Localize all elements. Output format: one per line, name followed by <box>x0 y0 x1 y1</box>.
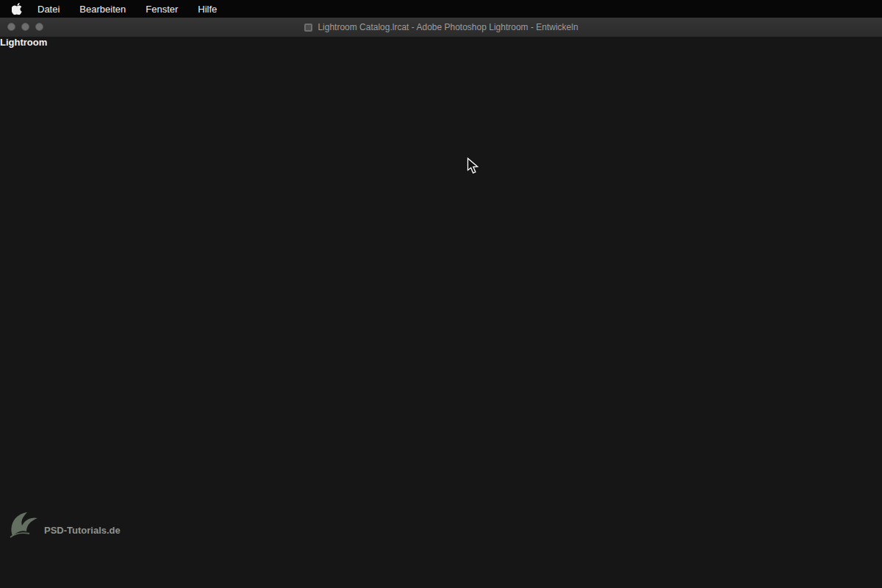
menu-fenster[interactable]: Fenster <box>146 4 178 15</box>
menu-hilfe[interactable]: Hilfe <box>198 4 217 15</box>
watermark: PSD-Tutorials.de <box>7 509 121 539</box>
psd-tutorials-logo-icon <box>7 509 41 539</box>
window-title: Lightroom Catalog.lrcat - Adobe Photosho… <box>318 22 578 32</box>
window-proxy-icon <box>304 23 313 32</box>
apple-icon[interactable] <box>12 3 23 15</box>
menu-bearbeiten[interactable]: Bearbeiten <box>79 4 126 15</box>
watermark-text: PSD-Tutorials.de <box>44 525 121 539</box>
minimize-button[interactable] <box>21 23 29 31</box>
close-button[interactable] <box>7 23 15 31</box>
menubar: Lightroom Datei Bearbeiten Fenster Hilfe <box>0 0 882 18</box>
window-titlebar: Lightroom Catalog.lrcat - Adobe Photosho… <box>0 18 882 37</box>
zoom-button[interactable] <box>35 23 43 31</box>
menu-lightroom[interactable]: Lightroom <box>0 37 882 588</box>
menu-datei[interactable]: Datei <box>37 4 60 15</box>
